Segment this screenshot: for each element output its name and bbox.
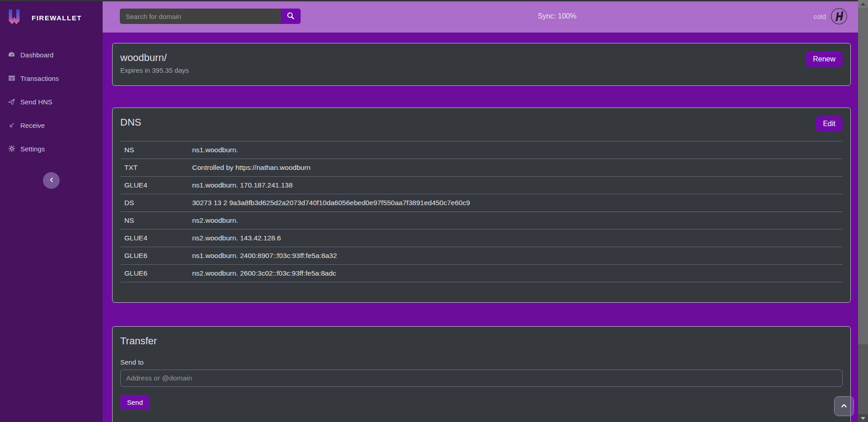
- dns-record-type: NS: [120, 212, 188, 230]
- dns-record-value: ns1.woodburn. 170.187.241.138: [188, 177, 843, 194]
- dns-record-row: TXTControlled by https://nathan.woodburn: [120, 159, 843, 177]
- dns-record-row: GLUE4ns1.woodburn. 170.187.241.138: [120, 177, 843, 194]
- wallet-selector: cold: [813, 8, 848, 25]
- search-input[interactable]: [120, 9, 281, 24]
- sync-status: Sync: 100%: [301, 12, 813, 20]
- search-icon: [287, 12, 295, 21]
- dns-card: DNS Edit NSns1.woodburn.TXTControlled by…: [112, 108, 851, 303]
- transfer-title: Transfer: [120, 335, 843, 347]
- wallet-name-label[interactable]: cold: [813, 13, 826, 20]
- transfer-card: Transfer Send to Send: [112, 326, 851, 422]
- scrollbar[interactable]: [858, 0, 868, 422]
- page-content: woodburn/ Expires in 395.35 days Renew D…: [103, 33, 858, 422]
- dns-record-type: GLUE4: [120, 177, 188, 194]
- domain-card-text: woodburn/ Expires in 395.35 days: [120, 52, 189, 74]
- app-title: FIREWALLET: [32, 14, 82, 22]
- sidebar-item-send-hns[interactable]: Send HNS: [0, 90, 103, 113]
- main-area: Sync: 100% cold woodb: [103, 0, 858, 422]
- dns-record-value: 30273 13 2 9a3a8fb3d625d2a2073d740f10da6…: [188, 194, 843, 212]
- scrollbar-thumb[interactable]: [858, 8, 868, 344]
- dns-record-type: TXT: [120, 159, 188, 177]
- domain-expiry: Expires in 395.35 days: [120, 66, 189, 74]
- chevron-left-icon: [48, 177, 55, 184]
- receive-arrow-icon: [8, 122, 15, 129]
- dns-record-value: ns1.woodburn. 2400:8907::f03c:93ff:fe5a:…: [188, 247, 843, 265]
- dns-record-type: NS: [120, 141, 188, 159]
- scrollbar-up-arrow[interactable]: [858, 0, 868, 8]
- dns-record-value: ns2.woodburn. 143.42.128.6: [188, 230, 843, 247]
- send-to-label: Send to: [120, 358, 843, 366]
- dns-record-row: NSns1.woodburn.: [120, 141, 843, 159]
- domain-title: woodburn/: [120, 52, 189, 64]
- dns-record-row: GLUE6ns1.woodburn. 2400:8907::f03c:93ff:…: [120, 247, 843, 265]
- sidebar-nav: Dashboard Transactions Send HNS: [0, 43, 103, 160]
- sidebar-item-settings[interactable]: Settings: [0, 137, 103, 160]
- send-icon: [8, 98, 15, 106]
- dns-record-value: ns2.woodburn. 2600:3c02::f03c:93ff:fe5a:…: [188, 265, 843, 282]
- dns-records-body: NSns1.woodburn.TXTControlled by https://…: [120, 141, 843, 282]
- sidebar-item-receive[interactable]: Receive: [0, 113, 103, 137]
- dns-records-table: NSns1.woodburn.TXTControlled by https://…: [120, 141, 843, 282]
- dns-record-type: GLUE4: [120, 230, 188, 247]
- transfer-address-input[interactable]: [120, 370, 843, 387]
- dns-record-type: GLUE6: [120, 265, 188, 282]
- table-icon: [8, 75, 15, 82]
- dns-record-row: GLUE4ns2.woodburn. 143.42.128.6: [120, 230, 843, 247]
- dns-title: DNS: [120, 116, 141, 129]
- sidebar-item-label: Receive: [20, 122, 45, 129]
- gauge-icon: [8, 51, 15, 59]
- search-button[interactable]: [281, 9, 301, 24]
- window-top-edge: [0, 0, 868, 1]
- chevron-up-icon: [840, 401, 849, 412]
- handshake-logo-icon[interactable]: [830, 8, 848, 25]
- dns-record-row: NSns2.woodburn.: [120, 212, 843, 230]
- dns-card-head: DNS Edit: [120, 116, 843, 131]
- topbar: Sync: 100% cold: [103, 0, 858, 33]
- dns-record-value: ns1.woodburn.: [188, 141, 843, 159]
- domain-card: woodburn/ Expires in 395.35 days Renew: [112, 43, 851, 86]
- dns-record-value: Controlled by https://nathan.woodburn: [188, 159, 843, 177]
- sidebar-item-dashboard[interactable]: Dashboard: [0, 43, 103, 66]
- scroll-to-top-button[interactable]: [834, 396, 854, 416]
- sidebar-item-label: Dashboard: [20, 51, 53, 59]
- send-transfer-button[interactable]: Send: [120, 395, 150, 410]
- sidebar-item-label: Send HNS: [20, 98, 52, 106]
- renew-button[interactable]: Renew: [806, 52, 843, 67]
- dns-record-value: ns2.woodburn.: [188, 212, 843, 230]
- edit-dns-button[interactable]: Edit: [816, 116, 843, 131]
- firewallet-logo-icon: [6, 7, 26, 28]
- sidebar: FIREWALLET Dashboard Transactions: [0, 0, 103, 422]
- sidebar-item-label: Settings: [20, 145, 45, 153]
- sidebar-collapse-button[interactable]: [43, 172, 60, 189]
- scrollbar-down-arrow[interactable]: [858, 414, 868, 422]
- gear-icon: [8, 145, 15, 153]
- sidebar-item-transactions[interactable]: Transactions: [0, 66, 103, 90]
- dns-record-row: DS30273 13 2 9a3a8fb3d625d2a2073d740f10d…: [120, 194, 843, 212]
- dns-record-type: DS: [120, 194, 188, 212]
- domain-search: [120, 9, 301, 24]
- dns-record-type: GLUE6: [120, 247, 188, 265]
- brand[interactable]: FIREWALLET: [0, 1, 103, 33]
- sidebar-item-label: Transactions: [20, 75, 59, 82]
- dns-record-row: GLUE6ns2.woodburn. 2600:3c02::f03c:93ff:…: [120, 265, 843, 282]
